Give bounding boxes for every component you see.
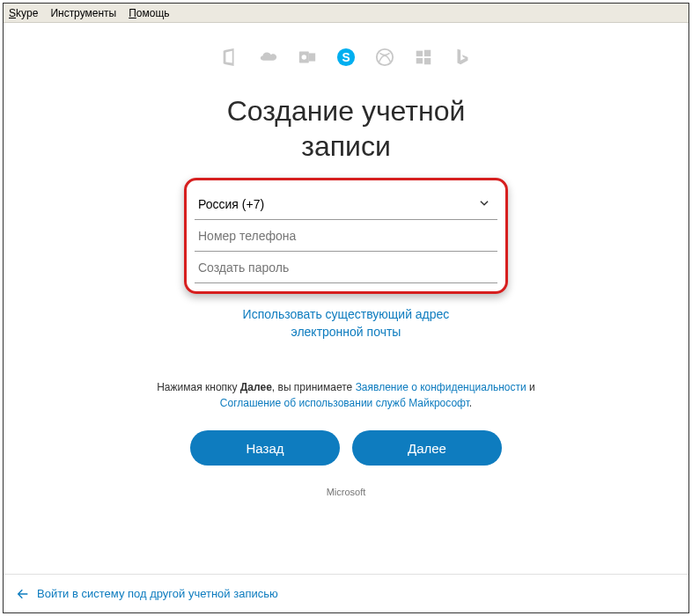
outlook-icon [298,48,317,67]
arrow-left-icon [16,587,30,601]
svg-rect-8 [416,58,423,63]
microsoft-label: Microsoft [4,487,688,497]
svg-rect-9 [424,58,431,64]
privacy-link[interactable]: Заявление о конфиденциальности [356,381,526,393]
office-icon [220,48,239,67]
svg-point-5 [377,49,393,65]
svg-text:S: S [342,51,350,64]
content-area: S Создание учетнойзаписи Россия (+7) [4,23,688,612]
xbox-icon [375,48,394,67]
skype-icon: S [336,48,356,67]
tos-link[interactable]: Соглашение об использовании служб Майкро… [220,397,469,409]
svg-rect-7 [424,50,431,56]
windows-icon [414,48,433,67]
form-container: Россия (+7) [195,185,497,287]
onedrive-icon [259,48,278,67]
footer: Войти в систему под другой учетной запис… [4,574,688,612]
password-input[interactable] [195,252,497,283]
switch-account-link[interactable]: Войти в систему под другой учетной запис… [16,587,278,601]
svg-rect-2 [309,53,315,61]
country-select[interactable]: Россия (+7) [195,188,497,220]
phone-input[interactable] [195,220,497,252]
menu-tools[interactable]: Инструменты [50,7,116,19]
svg-point-1 [302,55,307,60]
chevron-down-icon [478,196,490,211]
back-button[interactable]: Назад [190,430,340,466]
svg-rect-6 [416,51,423,56]
menu-help[interactable]: Помощь [129,7,169,19]
use-email-link[interactable]: Использовать существующий адресэлектронн… [4,306,688,341]
bing-icon [453,48,472,67]
page-title: Создание учетнойзаписи [4,93,688,164]
button-row: Назад Далее [4,430,688,466]
legal-text: Нажимая кнопку Далее, вы принимаете Заяв… [4,379,688,411]
next-button[interactable]: Далее [352,430,502,466]
ms-services-row: S [4,48,688,67]
country-value: Россия (+7) [198,197,264,211]
menubar: Skype Инструменты Помощь [4,4,688,23]
menu-skype[interactable]: Skype [9,7,38,19]
